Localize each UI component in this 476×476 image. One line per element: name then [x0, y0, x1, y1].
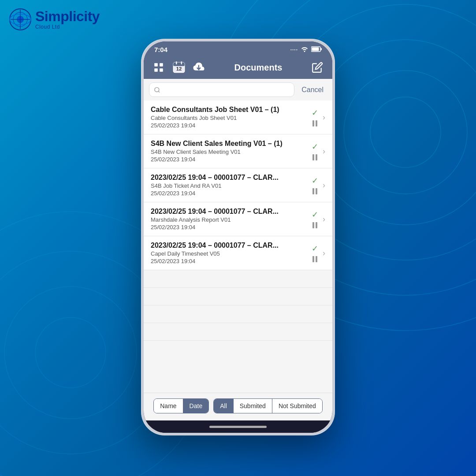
empty-row-2 [144, 288, 332, 305]
document-item[interactable]: Cable Consultants Job Sheet V01 – (1) Ca… [144, 100, 332, 134]
search-icon [154, 86, 160, 93]
check-icon: ✓ [312, 142, 318, 152]
svg-rect-17 [312, 48, 319, 51]
filter-group: AllSubmitedNot Submited [213, 398, 323, 413]
wifi-icon [301, 46, 309, 53]
home-bar [209, 426, 267, 428]
search-input-container[interactable] [149, 82, 294, 97]
doc-date: 25/02/2023 19:04 [151, 258, 312, 264]
doc-content: 2023/02/25 19:04 – 00001077 – CLAR... Ca… [151, 242, 312, 264]
doc-template: Marshdale Analysis Report V01 [151, 216, 312, 223]
cancel-button[interactable]: Cancel [298, 84, 327, 96]
chevron-right-icon: › [323, 249, 325, 258]
signal-icon: ···· [290, 47, 298, 53]
doc-date: 25/02/2023 19:04 [151, 122, 312, 129]
document-item[interactable]: 2023/02/25 19:04 – 00001077 – CLAR... S4… [144, 168, 332, 202]
document-item[interactable]: 2023/02/25 19:04 – 00001077 – CLAR... Ma… [144, 202, 332, 236]
chevron-right-icon: › [323, 113, 325, 122]
check-icon: ✓ [312, 176, 318, 186]
nav-bar: 12 Documents [144, 56, 332, 79]
logo-text: Simplicity Cloud Ltd [35, 9, 100, 30]
doc-title: 2023/02/25 19:04 – 00001077 – CLAR... [151, 208, 312, 216]
doc-title: Cable Consultants Job Sheet V01 – (1) [151, 106, 312, 114]
doc-actions: ✓ [312, 210, 318, 228]
cloud-button[interactable] [191, 60, 207, 75]
chevron-right-icon: › [323, 215, 325, 224]
sort-button-name[interactable]: Name [154, 399, 183, 413]
doc-title: 2023/02/25 19:04 – 00001077 – CLAR... [151, 242, 312, 249]
svg-point-7 [4, 286, 137, 419]
svg-rect-20 [160, 63, 163, 67]
status-time: 7:04 [154, 46, 167, 53]
nav-title: Documents [212, 63, 305, 73]
check-icon: ✓ [312, 244, 318, 253]
doc-content: S4B New Client Sales Meeting V01 – (1) S… [151, 140, 312, 163]
pause-icon [312, 154, 317, 160]
search-bar: Cancel [144, 79, 332, 100]
empty-row-3 [144, 305, 332, 323]
svg-point-1 [344, 71, 467, 194]
svg-point-0 [370, 97, 441, 167]
logo-icon [9, 8, 32, 31]
phone-screen: 7:04 ···· [144, 41, 332, 433]
svg-rect-19 [154, 63, 158, 67]
doc-template: Cable Consultants Job Sheet V01 [151, 115, 312, 121]
logo: Simplicity Cloud Ltd [9, 8, 100, 31]
pause-icon [312, 120, 317, 126]
battery-icon [311, 46, 322, 53]
status-bar: 7:04 ···· [144, 41, 332, 56]
doc-date: 25/02/2023 19:04 [151, 156, 312, 163]
sort-button-date[interactable]: Date [183, 399, 209, 413]
svg-rect-21 [154, 68, 158, 72]
svg-rect-18 [321, 48, 322, 50]
svg-line-30 [158, 91, 160, 92]
status-icons: ···· [290, 46, 322, 53]
doc-template: S4B Job Ticket And RA V01 [151, 182, 312, 189]
doc-content: Cable Consultants Job Sheet V01 – (1) Ca… [151, 106, 312, 129]
doc-template: S4B New Client Sales Meeting V01 [151, 149, 312, 155]
grid-menu-button[interactable] [151, 60, 167, 75]
document-list: Cable Consultants Job Sheet V01 – (1) Ca… [144, 100, 332, 393]
svg-point-2 [313, 40, 476, 225]
pause-icon [312, 222, 317, 228]
sort-group: NameDate [153, 398, 209, 413]
edit-button[interactable] [309, 60, 325, 75]
doc-date: 25/02/2023 19:04 [151, 190, 312, 197]
svg-point-29 [155, 87, 159, 92]
svg-text:12: 12 [176, 66, 182, 71]
doc-actions: ✓ [312, 142, 318, 160]
calendar-button[interactable]: 12 [171, 60, 187, 75]
filter-button-all[interactable]: All [214, 399, 234, 413]
document-item[interactable]: S4B New Client Sales Meeting V01 – (1) S… [144, 134, 332, 168]
doc-template: Capel Daily Timesheet V05 [151, 250, 312, 257]
doc-content: 2023/02/25 19:04 – 00001077 – CLAR... S4… [151, 174, 312, 197]
doc-actions: ✓ [312, 244, 318, 262]
document-item[interactable]: 2023/02/25 19:04 – 00001077 – CLAR... Ca… [144, 236, 332, 270]
check-icon: ✓ [312, 210, 318, 219]
chevron-right-icon: › [323, 147, 325, 156]
check-icon: ✓ [312, 108, 318, 118]
logo-title: Simplicity [35, 9, 100, 24]
phone-mockup: 7:04 ···· [141, 39, 335, 435]
doc-title: S4B New Client Sales Meeting V01 – (1) [151, 140, 312, 148]
logo-subtitle: Cloud Ltd [35, 24, 100, 30]
doc-actions: ✓ [312, 108, 318, 126]
empty-row-4 [144, 323, 332, 341]
doc-date: 25/02/2023 19:04 [151, 224, 312, 231]
filter-button-not-submited[interactable]: Not Submited [272, 399, 322, 413]
chevron-right-icon: › [323, 181, 325, 190]
search-input[interactable] [163, 86, 290, 93]
doc-content: 2023/02/25 19:04 – 00001077 – CLAR... Ma… [151, 208, 312, 231]
svg-rect-22 [160, 68, 163, 72]
pause-icon [312, 256, 317, 262]
doc-title: 2023/02/25 19:04 – 00001077 – CLAR... [151, 174, 312, 182]
pause-icon [312, 188, 317, 194]
svg-point-6 [35, 317, 106, 388]
home-indicator [144, 420, 332, 433]
doc-actions: ✓ [312, 176, 318, 194]
bottom-bar: NameDate AllSubmitedNot Submited [144, 393, 332, 420]
filter-button-submited[interactable]: Submited [234, 399, 272, 413]
empty-row-1 [144, 270, 332, 288]
